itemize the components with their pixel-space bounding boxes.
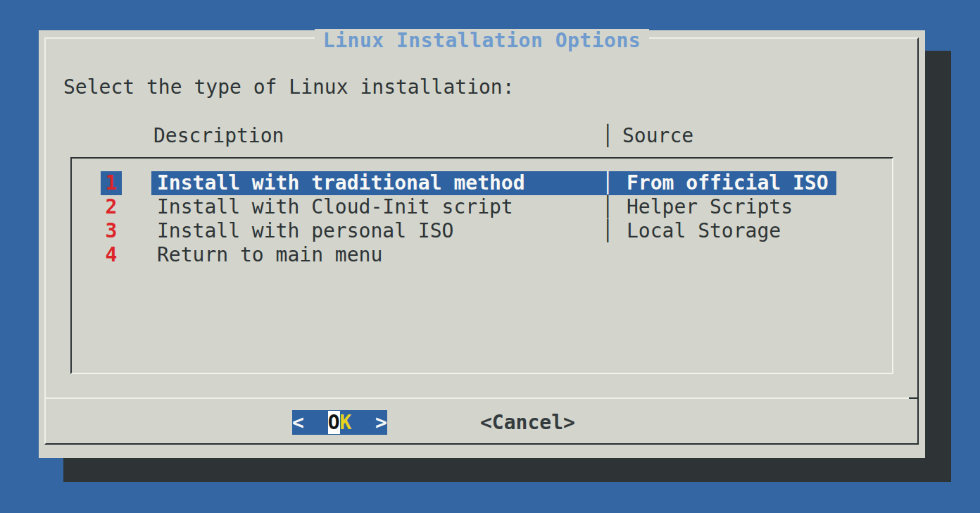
- button-separator-line: [44, 397, 919, 399]
- menu-item-number: 3: [101, 219, 122, 243]
- column-divider: │: [602, 125, 614, 147]
- menu-item-description: Return to main menu: [157, 243, 382, 267]
- ok-button-cursor-char: O: [328, 411, 340, 434]
- installation-options-dialog: Linux Installation Options Select the ty…: [39, 30, 925, 458]
- column-header-description: Description: [153, 125, 284, 147]
- menu-listbox: 1 Install with traditional method │ From…: [70, 157, 893, 374]
- prompt-text: Select the type of Linux installation:: [63, 77, 515, 98]
- menu-item-source: From official ISO: [627, 171, 829, 195]
- menu-item-traditional[interactable]: 1 Install with traditional method │ From…: [72, 171, 892, 195]
- menu-item-description: Install with personal ISO: [157, 219, 453, 243]
- menu-item-divider: │: [602, 219, 614, 243]
- menu-item-source: Helper Scripts: [627, 195, 793, 219]
- menu-item-number: 4: [101, 243, 122, 267]
- ok-button-open: <: [292, 411, 328, 434]
- menu-item-description: Install with Cloud-Init script: [157, 195, 513, 219]
- menu-item-source: Local Storage: [627, 219, 781, 243]
- menu-item-number: 2: [101, 195, 122, 219]
- menu-item-cloud-init[interactable]: 2 Install with Cloud-Init script │ Helpe…: [72, 195, 892, 219]
- ok-button[interactable]: < OK >: [292, 410, 387, 435]
- ok-button-hotkey-char: K: [340, 411, 352, 434]
- menu-item-number: 1: [101, 171, 122, 195]
- dialog-title-text: Linux Installation Options: [315, 29, 649, 52]
- terminal-screen: Linux Installation Options Select the ty…: [0, 0, 980, 513]
- ok-button-close: >: [351, 411, 387, 434]
- cancel-button[interactable]: <Cancel>: [480, 410, 575, 435]
- separator-end-cap: [909, 397, 919, 399]
- menu-item-description: Install with traditional method: [157, 171, 525, 195]
- menu-item-personal-iso[interactable]: 3 Install with personal ISO │ Local Stor…: [72, 219, 892, 243]
- menu-item-divider: │: [602, 171, 614, 195]
- dialog-title: Linux Installation Options: [39, 31, 925, 51]
- menu-item-return-main-menu[interactable]: 4 Return to main menu: [72, 243, 892, 267]
- menu-item-divider: │: [602, 195, 614, 219]
- column-header-source: Source: [622, 125, 693, 147]
